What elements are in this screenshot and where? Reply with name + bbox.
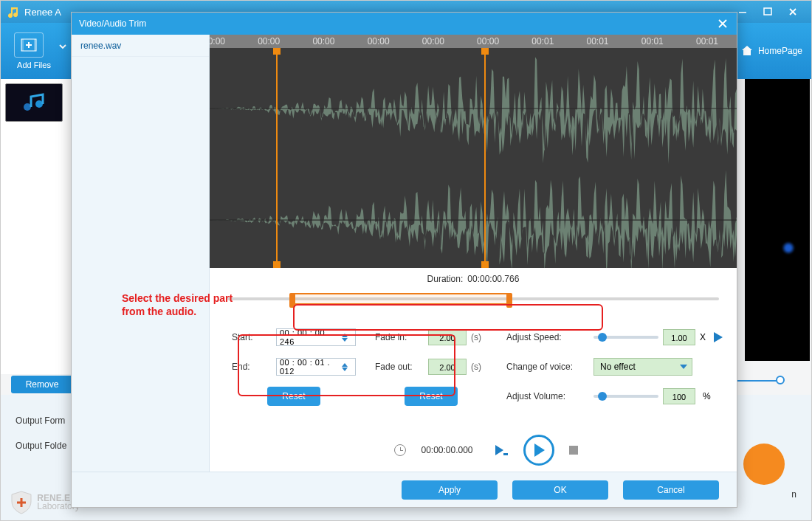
start-time-input[interactable]: 00 : 00 : 00 . 246 xyxy=(276,328,356,346)
duration-label: Duration: xyxy=(427,274,464,284)
end-spin-down[interactable] xyxy=(342,368,348,371)
voice-select[interactable]: No effect xyxy=(593,358,692,376)
fadeout-label: Fade out: xyxy=(375,362,424,372)
maximize-button[interactable] xyxy=(755,4,780,20)
ruler-tick: 00:00 xyxy=(422,36,444,46)
start-spin-down[interactable] xyxy=(342,338,348,342)
close-button[interactable] xyxy=(780,4,805,20)
cancel-button[interactable]: Cancel xyxy=(623,480,719,500)
svg-rect-0 xyxy=(739,12,746,13)
svg-rect-9 xyxy=(503,453,508,455)
volume-unit: % xyxy=(703,391,711,401)
dialog-title: Video/Audio Trim xyxy=(79,18,146,29)
playback-controls: 00:00:00.000 xyxy=(235,429,737,472)
stop-square-icon xyxy=(569,446,578,455)
waveform-svg xyxy=(210,48,737,268)
svg-rect-4 xyxy=(34,39,36,51)
range-bar[interactable] xyxy=(227,290,719,308)
controls-area: Start: 00 : 00 : 00 . 246 End: 00 : 00 :… xyxy=(210,317,737,414)
timeline-ruler[interactable]: 00:0000:0000:0000:0000:0000:0000:0100:01… xyxy=(210,35,737,48)
dialog-file-list: renee.wav xyxy=(72,35,210,472)
dialog-main-area: 00:0000:0000:0000:0000:0000:0000:0100:01… xyxy=(210,35,737,472)
suffix-n: n xyxy=(791,489,796,500)
ruler-tick: 00:00 xyxy=(258,36,280,46)
music-note-icon xyxy=(7,6,18,18)
end-label: End: xyxy=(232,362,272,372)
preview-speed-play-icon[interactable] xyxy=(710,330,725,345)
speed-slider[interactable] xyxy=(593,336,658,339)
speed-unit: X xyxy=(700,332,706,342)
dialog-close-button[interactable] xyxy=(716,17,729,30)
fadein-unit: (s) xyxy=(471,332,487,342)
preview-pane xyxy=(745,79,810,361)
file-thumbnail[interactable] xyxy=(5,83,63,122)
duration-value: 00:00:00.766 xyxy=(467,274,519,284)
apply-button[interactable]: Apply xyxy=(402,480,498,500)
start-spin-up[interactable] xyxy=(342,334,348,337)
chevron-down-icon xyxy=(680,365,687,369)
playhead-time: 00:00:00.000 xyxy=(421,445,472,455)
ruler-tick: 00:00 xyxy=(477,36,499,46)
convert-round-button[interactable] xyxy=(743,444,785,485)
remove-button[interactable]: Remove xyxy=(11,376,73,393)
waveform-display[interactable] xyxy=(210,48,737,268)
fadein-label: Fade in: xyxy=(375,332,424,342)
filmstrip-plus-icon xyxy=(14,32,44,58)
home-icon xyxy=(740,44,754,58)
skip-to-start-button[interactable] xyxy=(492,442,509,458)
range-selection[interactable] xyxy=(291,293,511,305)
shield-plus-icon xyxy=(8,489,35,516)
svg-rect-3 xyxy=(21,39,24,51)
homepage-label: HomePage xyxy=(758,46,802,56)
play-button[interactable] xyxy=(523,435,554,466)
file-list-item[interactable]: renee.wav xyxy=(72,35,209,57)
trim-start-marker[interactable] xyxy=(276,48,278,268)
add-files-button[interactable]: Add Files xyxy=(1,28,67,74)
file-list-panel xyxy=(1,79,72,374)
ruler-tick: 00:00 xyxy=(312,36,334,46)
volume-label: Adjust Volume: xyxy=(506,391,589,401)
homepage-button[interactable]: HomePage xyxy=(740,44,811,58)
stop-button[interactable] xyxy=(569,446,578,455)
range-handle-right[interactable] xyxy=(506,293,512,308)
ruler-tick: 00:01 xyxy=(641,36,664,46)
output-format-label: Output Form xyxy=(16,415,65,426)
ruler-tick: 00:00 xyxy=(368,36,390,46)
fadeout-input[interactable]: 2.00 xyxy=(428,359,467,375)
voice-label: Change of voice: xyxy=(506,362,589,372)
dialog-titlebar: Video/Audio Trim xyxy=(72,13,737,35)
trim-dialog: Video/Audio Trim renee.wav 00:0000:0000:… xyxy=(71,12,737,508)
trim-end-marker[interactable] xyxy=(484,48,486,268)
output-folder-label: Output Folde xyxy=(16,441,66,451)
main-progress-thumb[interactable] xyxy=(776,376,785,384)
end-time-input[interactable]: 00 : 00 : 01 . 012 xyxy=(276,358,356,376)
ruler-tick: 00:00 xyxy=(210,36,225,46)
play-triangle-icon xyxy=(534,444,545,457)
ruler-tick: 00:01 xyxy=(696,36,718,46)
ruler-tick: 00:01 xyxy=(587,36,609,46)
fadeout-unit: (s) xyxy=(471,362,487,372)
speed-value-input[interactable]: 1.00 xyxy=(663,329,695,345)
ok-button[interactable]: OK xyxy=(512,480,608,500)
start-label: Start: xyxy=(232,332,272,342)
range-handle-left[interactable] xyxy=(289,293,295,308)
end-spin-up[interactable] xyxy=(342,363,348,367)
reset-time-button[interactable]: Reset xyxy=(267,387,320,406)
dropdown-caret-icon[interactable] xyxy=(58,42,67,51)
ruler-tick: 00:01 xyxy=(531,36,554,46)
speed-label: Adjust Speed: xyxy=(506,332,589,342)
volume-slider[interactable] xyxy=(593,395,658,398)
fadein-input[interactable]: 2.00 xyxy=(428,329,467,345)
add-files-label: Add Files xyxy=(1,61,67,69)
reset-fade-button[interactable]: Reset xyxy=(405,387,458,406)
clock-icon xyxy=(394,444,406,456)
svg-rect-1 xyxy=(764,8,771,15)
annotation-text: Select the desired part from the audio. xyxy=(122,291,255,318)
duration-row: Duration: 00:00:00.766 xyxy=(210,268,737,290)
volume-value-input[interactable]: 100 xyxy=(663,388,695,404)
dialog-footer: Apply OK Cancel xyxy=(72,472,737,507)
